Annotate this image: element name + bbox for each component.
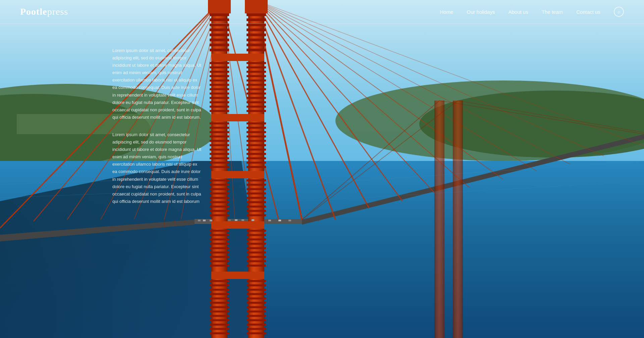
svg-rect-52: [210, 49, 229, 51]
svg-rect-155: [210, 332, 229, 334]
svg-rect-74: [247, 66, 266, 68]
logo-area: Pootlepress: [20, 6, 68, 17]
svg-rect-100: [247, 140, 266, 142]
svg-rect-89: [210, 140, 229, 142]
svg-rect-164: [247, 315, 266, 317]
svg-rect-113: [210, 206, 229, 208]
svg-rect-91: [210, 149, 229, 151]
svg-rect-166: [247, 324, 266, 326]
svg-rect-60: [247, 49, 266, 51]
svg-rect-123: [247, 210, 266, 212]
svg-rect-55: [247, 23, 266, 26]
svg-rect-41: [211, 221, 264, 229]
header: Pootlepress Home Our holidays About us T…: [0, 0, 644, 23]
svg-rect-115: [210, 214, 229, 216]
svg-rect-70: [210, 101, 229, 103]
svg-rect-131: [210, 256, 229, 258]
main-nav: Home Our holidays About us The team Cont…: [440, 7, 624, 17]
nav-contact-us[interactable]: Contact us: [576, 9, 600, 15]
svg-rect-65: [210, 79, 229, 81]
svg-rect-57: [247, 34, 266, 36]
svg-rect-159: [247, 293, 266, 295]
nav-our-holidays[interactable]: Our holidays: [467, 9, 495, 15]
svg-rect-106: [247, 166, 266, 168]
svg-rect-146: [210, 293, 229, 295]
svg-rect-69: [210, 97, 229, 99]
svg-rect-161: [247, 302, 266, 304]
logo-bold: Pootle: [20, 6, 47, 17]
svg-rect-92: [210, 153, 229, 155]
svg-rect-101: [247, 144, 266, 146]
svg-rect-38: [211, 54, 264, 61]
svg-rect-117: [247, 184, 266, 186]
svg-rect-180: [453, 101, 463, 338]
svg-rect-68: [210, 93, 229, 95]
svg-rect-130: [210, 251, 229, 253]
svg-rect-167: [247, 328, 266, 330]
nav-the-team[interactable]: The team: [542, 9, 563, 15]
svg-rect-147: [210, 297, 229, 299]
svg-rect-105: [247, 162, 266, 164]
svg-rect-62: [210, 66, 229, 68]
svg-rect-156: [247, 280, 266, 282]
svg-rect-179: [434, 101, 444, 338]
svg-rect-178: [288, 220, 291, 221]
svg-rect-154: [210, 328, 229, 330]
svg-rect-86: [210, 127, 229, 129]
svg-rect-39: [211, 114, 264, 121]
logo[interactable]: Pootlepress: [20, 6, 68, 17]
svg-rect-56: [247, 29, 266, 31]
svg-rect-114: [210, 210, 229, 212]
svg-rect-136: [247, 238, 266, 240]
svg-rect-97: [247, 127, 266, 129]
svg-rect-132: [210, 260, 229, 262]
svg-rect-59: [247, 44, 266, 46]
svg-rect-80: [247, 93, 266, 95]
svg-rect-111: [210, 197, 229, 199]
svg-rect-144: [210, 284, 229, 286]
svg-rect-142: [247, 265, 266, 267]
header-divider: [0, 23, 644, 24]
svg-rect-149: [210, 306, 229, 308]
svg-rect-128: [210, 243, 229, 245]
svg-rect-73: [247, 62, 266, 64]
svg-rect-64: [210, 75, 229, 77]
svg-rect-83: [247, 106, 266, 108]
svg-rect-81: [247, 97, 266, 99]
svg-rect-98: [247, 131, 266, 133]
svg-rect-153: [210, 324, 229, 326]
svg-rect-49: [210, 34, 229, 36]
bridge-svg: [0, 0, 644, 338]
search-icon: ⌕: [618, 9, 620, 14]
svg-rect-48: [210, 29, 229, 31]
svg-rect-158: [247, 289, 266, 291]
nav-home[interactable]: Home: [440, 9, 453, 15]
svg-rect-163: [247, 311, 266, 313]
svg-rect-50: [210, 39, 229, 41]
svg-rect-124: [247, 214, 266, 216]
svg-rect-85: [210, 122, 229, 124]
svg-rect-121: [247, 201, 266, 203]
svg-rect-150: [210, 311, 229, 313]
svg-rect-152: [210, 319, 229, 321]
svg-rect-134: [247, 230, 266, 232]
svg-rect-99: [247, 135, 266, 137]
svg-rect-177: [278, 220, 281, 221]
svg-rect-120: [247, 197, 266, 199]
svg-rect-160: [247, 297, 266, 299]
svg-rect-143: [210, 280, 229, 282]
svg-rect-63: [210, 71, 229, 73]
svg-rect-88: [210, 135, 229, 137]
svg-rect-72: [210, 110, 229, 112]
svg-rect-125: [210, 230, 229, 232]
search-button[interactable]: ⌕: [614, 7, 624, 17]
svg-rect-112: [210, 201, 229, 203]
svg-rect-141: [247, 260, 266, 262]
content-paragraph-2: Lorem ipsum dolor sit amet, consectetur …: [112, 131, 203, 205]
svg-rect-172: [228, 219, 231, 221]
svg-rect-94: [210, 162, 229, 164]
nav-about-us[interactable]: About us: [508, 9, 528, 15]
svg-rect-139: [247, 251, 266, 253]
svg-rect-171: [210, 220, 212, 221]
svg-rect-95: [210, 166, 229, 168]
